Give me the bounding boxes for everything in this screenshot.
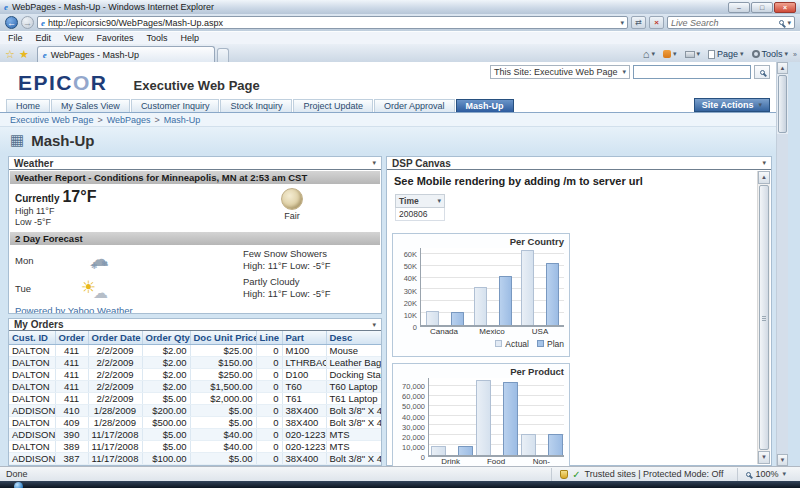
orders-col-header[interactable]: Desc bbox=[326, 331, 382, 345]
orders-row[interactable]: DALTON4112/2/2009$5.00$2,000.000T61T61 L… bbox=[9, 393, 382, 405]
orders-col-header[interactable]: Doc Unit Price bbox=[190, 331, 256, 345]
scroll-thumb[interactable] bbox=[778, 75, 787, 133]
nav-tab-stock-inquiry[interactable]: Stock Inquiry bbox=[220, 99, 292, 112]
live-search-input[interactable]: Live Search ▾ bbox=[667, 16, 795, 29]
tools-menu-button[interactable]: Tools▾ bbox=[749, 48, 792, 60]
menu-item-edit[interactable]: Edit bbox=[36, 33, 52, 43]
overflow-chevron-icon[interactable]: » bbox=[793, 51, 797, 58]
legend-label: Actual bbox=[505, 339, 529, 349]
bar-group bbox=[429, 378, 474, 455]
close-button[interactable]: × bbox=[774, 2, 796, 13]
new-tab-button[interactable] bbox=[217, 48, 229, 62]
orders-row[interactable]: DALTON38911/17/2008$5.00$40.000020-1223M… bbox=[9, 441, 382, 453]
orders-col-header[interactable]: Order Date bbox=[88, 331, 142, 345]
scope-select[interactable]: This Site: Executive Web Page▾ bbox=[490, 65, 630, 79]
nav-tab-mash-up[interactable]: Mash-Up bbox=[456, 99, 514, 112]
orders-row[interactable]: DALTON4112/2/2009$2.00$150.000LTHRBAGLea… bbox=[9, 357, 382, 369]
breadcrumb-link[interactable]: Mash-Up bbox=[164, 115, 201, 125]
orders-row[interactable]: ADDISON38711/17/2008$100.00$5.00038X400B… bbox=[9, 453, 382, 465]
actual-bar bbox=[521, 250, 534, 325]
orders-col-header[interactable]: Order Qty bbox=[142, 331, 190, 345]
search-dropdown-icon[interactable]: ▾ bbox=[787, 19, 791, 27]
menu-item-help[interactable]: Help bbox=[180, 33, 199, 43]
orders-row[interactable]: DALTON4112/2/2009$2.00$25.000M100Mouse bbox=[9, 345, 382, 357]
page-scrollbar[interactable]: ▲ ▼ bbox=[776, 62, 788, 466]
breadcrumb-link[interactable]: WebPages bbox=[107, 115, 151, 125]
orders-cell: 0 bbox=[256, 453, 282, 465]
time-filter[interactable]: Time▾ 200806 bbox=[395, 194, 445, 221]
orders-part-menu-icon[interactable]: ▾ bbox=[372, 321, 376, 329]
home-dropdown-icon[interactable]: ▾ bbox=[651, 50, 655, 58]
start-orb-icon[interactable] bbox=[14, 482, 23, 488]
orders-cell: 2/2/2009 bbox=[88, 369, 142, 381]
minimize-button[interactable]: – bbox=[728, 2, 750, 13]
orders-col-header[interactable]: Line bbox=[256, 331, 282, 345]
back-button[interactable]: ← bbox=[5, 16, 18, 29]
orders-row[interactable]: DALTON4112/2/2009$2.00$1,500.000T60T60 L… bbox=[9, 381, 382, 393]
orders-cell: 38X400 bbox=[282, 417, 326, 429]
address-dropdown-icon[interactable]: ▾ bbox=[620, 19, 624, 27]
dsp-scrollbar[interactable]: ▲ ▼ bbox=[757, 171, 770, 464]
nav-tab-home[interactable]: Home bbox=[6, 99, 50, 112]
refresh-button[interactable]: ⇄ bbox=[631, 16, 646, 29]
browser-viewport: This Site: Executive Web Page▾ EPICOR Ex… bbox=[0, 62, 800, 466]
orders-row[interactable]: ADDISON4101/28/2009$200.00$5.00038X400Bo… bbox=[9, 405, 382, 417]
dsp-scroll-thumb[interactable] bbox=[759, 185, 769, 450]
nav-tab-project-update[interactable]: Project Update bbox=[293, 99, 373, 112]
forward-button[interactable]: → bbox=[21, 16, 34, 29]
orders-cell: Mouse bbox=[326, 345, 382, 357]
feeds-button[interactable]: ▾ bbox=[660, 49, 680, 59]
orders-cell: $500.00 bbox=[142, 417, 190, 429]
page-menu-button[interactable]: Page▾ bbox=[705, 48, 747, 60]
site-search-button[interactable] bbox=[754, 65, 770, 79]
home-button[interactable]: ⌂▾ bbox=[640, 49, 658, 60]
scroll-up-icon[interactable]: ▲ bbox=[777, 62, 788, 74]
orders-row[interactable]: DALTON4091/28/2009$500.00$5.00038X400Bol… bbox=[9, 417, 382, 429]
maximize-button[interactable]: □ bbox=[751, 2, 773, 13]
time-filter-dropdown-icon[interactable]: ▾ bbox=[437, 197, 441, 205]
favorites-star-icon[interactable]: ☆ bbox=[5, 48, 15, 61]
menu-item-view[interactable]: View bbox=[64, 33, 83, 43]
print-icon bbox=[685, 51, 695, 58]
orders-row[interactable]: DALTON4112/2/2009$2.00$250.000D100Dockin… bbox=[9, 369, 382, 381]
zoom-control[interactable]: 100% ▾ bbox=[737, 468, 794, 481]
orders-cell: 11/17/2008 bbox=[88, 453, 142, 465]
print-dropdown-icon[interactable]: ▾ bbox=[697, 50, 701, 58]
yahoo-weather-link[interactable]: Powered by Yahoo Weather bbox=[9, 302, 381, 314]
menu-item-favorites[interactable]: Favorites bbox=[96, 33, 133, 43]
windows-taskbar[interactable] bbox=[0, 481, 800, 488]
breadcrumb-link[interactable]: Executive Web Page bbox=[10, 115, 93, 125]
dsp-scroll-down-icon[interactable]: ▼ bbox=[758, 451, 770, 464]
orders-col-header[interactable]: Order bbox=[55, 331, 88, 345]
scroll-down-icon[interactable]: ▼ bbox=[777, 454, 788, 466]
menu-item-tools[interactable]: Tools bbox=[146, 33, 167, 43]
feeds-dropdown-icon[interactable]: ▾ bbox=[673, 50, 677, 58]
add-favorite-icon[interactable]: ★ bbox=[19, 48, 29, 61]
address-field[interactable]: e http://epicorsic90/WebPages/Mash-Up.as… bbox=[37, 16, 628, 29]
weather-part-menu-icon[interactable]: ▾ bbox=[372, 159, 376, 167]
dsp-heading: See Mobile rendering by adding /m to ser… bbox=[394, 175, 753, 187]
forecast-range: High: 11°F Low: -5°F bbox=[243, 260, 331, 272]
dsp-scroll-up-icon[interactable]: ▲ bbox=[758, 171, 770, 184]
scroll-track[interactable] bbox=[777, 134, 788, 454]
zoom-dropdown-icon[interactable]: ▾ bbox=[782, 470, 786, 478]
nav-tab-customer-inquiry[interactable]: Customer Inquiry bbox=[131, 99, 220, 112]
stop-button[interactable]: × bbox=[649, 16, 664, 29]
print-button[interactable]: ▾ bbox=[682, 49, 704, 59]
x-tick-label: Drink bbox=[428, 458, 473, 466]
nav-tab-my-sales-view[interactable]: My Sales View bbox=[51, 99, 130, 112]
orders-cell: 1/28/2009 bbox=[88, 417, 142, 429]
orders-col-header[interactable]: Part bbox=[282, 331, 326, 345]
site-actions-button[interactable]: Site Actions▾ bbox=[694, 98, 770, 112]
browser-tab[interactable]: e WebPages - Mash-Up bbox=[37, 46, 215, 62]
orders-col-header[interactable]: Cust. ID bbox=[9, 331, 55, 345]
orders-cell: $5.00 bbox=[142, 429, 190, 441]
site-search-input[interactable] bbox=[633, 65, 751, 79]
menu-item-file[interactable]: File bbox=[8, 33, 23, 43]
orders-cell: 409 bbox=[55, 417, 88, 429]
dsp-part-menu-icon[interactable]: ▾ bbox=[762, 159, 766, 167]
nav-tab-order-approval[interactable]: Order Approval bbox=[374, 99, 455, 112]
search-icon[interactable] bbox=[779, 20, 784, 25]
orders-row[interactable]: ADDISON39011/17/2008$5.00$40.000020-1223… bbox=[9, 429, 382, 441]
orders-cell: 2/2/2009 bbox=[88, 381, 142, 393]
